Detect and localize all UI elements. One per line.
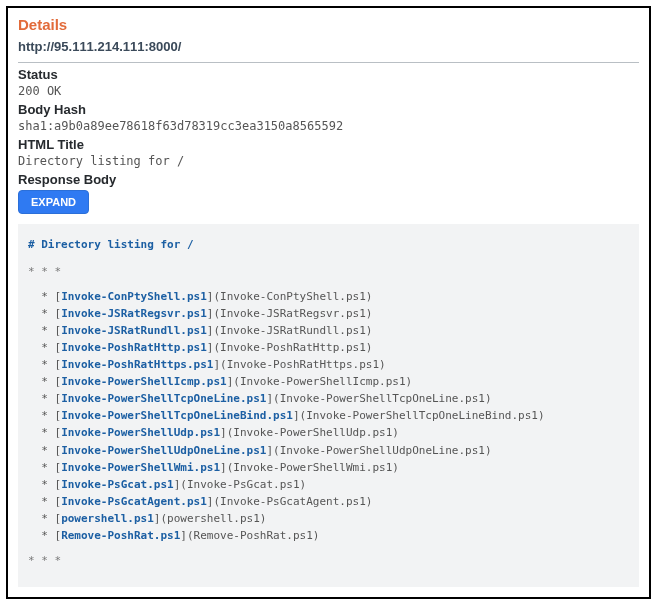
file-list: * [Invoke-ConPtyShell.ps1](Invoke-ConPty…	[28, 288, 629, 544]
url-value: http://95.111.214.111:8000/	[18, 39, 639, 54]
file-link[interactable]: Invoke-PowerShellIcmp.ps1	[61, 375, 227, 388]
code-stars-bottom: * * *	[28, 552, 629, 569]
code-stars-top: * * *	[28, 263, 629, 280]
file-link[interactable]: Invoke-PsGcatAgent.ps1	[61, 495, 207, 508]
file-row: * [Invoke-ConPtyShell.ps1](Invoke-ConPty…	[28, 288, 629, 305]
file-row: * [Invoke-PowerShellWmi.ps1](Invoke-Powe…	[28, 459, 629, 476]
file-row: * [Invoke-PsGcat.ps1](Invoke-PsGcat.ps1)	[28, 476, 629, 493]
response-body-label: Response Body	[18, 172, 639, 187]
file-link[interactable]: Invoke-JSRatRundll.ps1	[61, 324, 207, 337]
file-link[interactable]: Invoke-JSRatRegsvr.ps1	[61, 307, 207, 320]
file-link[interactable]: Invoke-PowerShellUdp.ps1	[61, 426, 220, 439]
file-link[interactable]: powershell.ps1	[61, 512, 154, 525]
details-panel: Details http://95.111.214.111:8000/ Stat…	[6, 6, 651, 599]
file-link[interactable]: Invoke-ConPtyShell.ps1	[61, 290, 207, 303]
file-row: * [Invoke-PowerShellTcpOneLineBind.ps1](…	[28, 407, 629, 424]
file-row: * [Invoke-JSRatRundll.ps1](Invoke-JSRatR…	[28, 322, 629, 339]
file-link[interactable]: Invoke-PowerShellTcpOneLine.ps1	[61, 392, 266, 405]
file-link[interactable]: Invoke-PoshRatHttps.ps1	[61, 358, 213, 371]
divider	[18, 62, 639, 63]
file-row: * [Remove-PoshRat.ps1](Remove-PoshRat.ps…	[28, 527, 629, 544]
file-row: * [Invoke-PowerShellTcpOneLine.ps1](Invo…	[28, 390, 629, 407]
file-row: * [Invoke-PowerShellUdpOneLine.ps1](Invo…	[28, 442, 629, 459]
html-title-label: HTML Title	[18, 137, 639, 152]
file-link[interactable]: Invoke-PowerShellWmi.ps1	[61, 461, 220, 474]
file-link[interactable]: Invoke-PowerShellUdpOneLine.ps1	[61, 444, 266, 457]
file-link[interactable]: Remove-PoshRat.ps1	[61, 529, 180, 542]
expand-button[interactable]: EXPAND	[18, 190, 89, 214]
status-value: 200 OK	[18, 84, 639, 98]
body-hash-label: Body Hash	[18, 102, 639, 117]
file-row: * [Invoke-PoshRatHttp.ps1](Invoke-PoshRa…	[28, 339, 629, 356]
file-row: * [Invoke-PsGcatAgent.ps1](Invoke-PsGcat…	[28, 493, 629, 510]
body-hash-value: sha1:a9b0a89ee78618f63d78319cc3ea3150a85…	[18, 119, 639, 133]
file-row: * [Invoke-PowerShellUdp.ps1](Invoke-Powe…	[28, 424, 629, 441]
html-title-value: Directory listing for /	[18, 154, 639, 168]
response-body-code: # Directory listing for / * * * * [Invok…	[18, 224, 639, 587]
file-row: * [Invoke-JSRatRegsvr.ps1](Invoke-JSRatR…	[28, 305, 629, 322]
file-link[interactable]: Invoke-PowerShellTcpOneLineBind.ps1	[61, 409, 293, 422]
file-link[interactable]: Invoke-PoshRatHttp.ps1	[61, 341, 207, 354]
file-row: * [powershell.ps1](powershell.ps1)	[28, 510, 629, 527]
file-link[interactable]: Invoke-PsGcat.ps1	[61, 478, 174, 491]
code-heading: # Directory listing for /	[28, 236, 629, 253]
file-row: * [Invoke-PowerShellIcmp.ps1](Invoke-Pow…	[28, 373, 629, 390]
status-label: Status	[18, 67, 639, 82]
file-row: * [Invoke-PoshRatHttps.ps1](Invoke-PoshR…	[28, 356, 629, 373]
details-heading: Details	[18, 16, 639, 33]
